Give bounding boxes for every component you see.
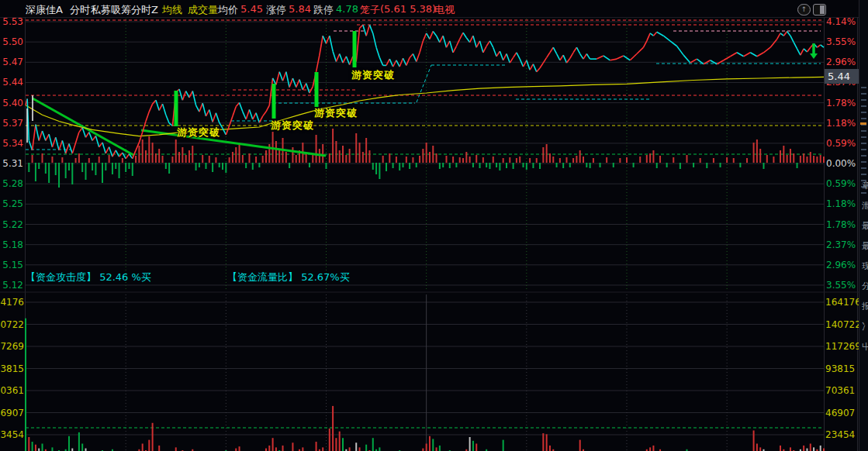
percent-axis-label: 1.18% — [826, 199, 856, 208]
fund-attack-indicator: 【资金攻击度】 52.46 %买 — [26, 270, 151, 284]
price-axis-label: 5.28 — [2, 179, 23, 188]
price-axis-label: 5.53 — [2, 17, 23, 26]
price-axis-label: 5.40 — [2, 98, 23, 108]
price-axis-label: 5.44 — [2, 77, 23, 87]
percent-axis-label: 2.37% — [826, 240, 856, 250]
volume-axis-label-clip: 117269 — [0, 342, 25, 352]
strip-char: 最 — [862, 240, 868, 252]
volume-axis-label: 23454 — [0, 430, 24, 439]
price-axis-label: 5.15 — [2, 260, 23, 270]
price-axis-label: 5.22 — [2, 220, 23, 229]
fund-flow-indicator: 【资金流量比】 52.67%买 — [227, 270, 350, 284]
percent-axis-label: 1.18% — [826, 119, 856, 128]
breakout-annotation: 游资突破 — [314, 106, 358, 120]
percent-axis-label: 0.59% — [826, 139, 856, 148]
volume-axis-label-clip: 70361 — [0, 386, 25, 396]
strip-char: 泄 — [862, 200, 868, 212]
price-axis-label: 5.12 — [2, 281, 23, 290]
strip-char: 屮 — [862, 341, 868, 353]
volume-axis-label-clip: 23454 — [0, 430, 25, 440]
minute-chart-svg — [0, 0, 868, 451]
strip-char: 最 — [862, 220, 868, 232]
trading-app-window: 深康佳A 分时 私募吸筹分时Z 均线 成交量 均价 5.45 涨停 5.84 跌… — [0, 0, 868, 451]
volume-axis-label: 70361 — [825, 386, 855, 395]
strip-tick-marks — [861, 87, 866, 195]
strip-char: 报 — [862, 301, 868, 312]
right-edge-toolbar[interactable]: 章泄最最现分报冫屮 — [859, 0, 868, 451]
volume-axis-label-clip: 140722 — [0, 320, 25, 330]
price-axis-label: 5.34 — [2, 139, 23, 148]
percent-axis-label: 2.96% — [826, 57, 856, 67]
strip-char: 冫 — [862, 321, 868, 332]
volume-axis-label: 93815 — [825, 364, 855, 374]
volume-axis-label: 117269 — [0, 342, 24, 351]
breakout-annotation: 游资突破 — [177, 126, 220, 139]
volume-axis-label: 23454 — [825, 430, 855, 439]
percent-axis-label: 2.96% — [826, 260, 856, 270]
price-axis-label: 5.37 — [2, 119, 23, 128]
price-axis-label: 5.47 — [2, 57, 23, 67]
percent-axis-label: 0.59% — [826, 179, 856, 188]
price-axis-label: 5.25 — [2, 199, 23, 208]
volume-axis-label: 164176 — [825, 298, 861, 307]
volume-axis-label: 93815 — [0, 364, 24, 374]
percent-axis-label: 3.55% — [826, 281, 856, 290]
volume-axis-label: 164176 — [0, 298, 24, 307]
volume-axis-label: 140722 — [0, 320, 24, 329]
price-axis-label: 5.31 — [2, 159, 23, 168]
percent-axis-label: 4.14% — [826, 17, 856, 26]
volume-axis-label: 46907 — [825, 408, 855, 418]
current-price-badge: 5.44 — [825, 69, 859, 84]
percent-axis-label: 0.00% — [826, 159, 856, 168]
percent-axis-label: 3.55% — [826, 37, 856, 46]
volume-axis-label: 46907 — [0, 408, 24, 418]
volume-axis-label: 117269 — [825, 342, 861, 351]
strip-orange-mark — [860, 122, 866, 125]
percent-axis-label: 1.78% — [826, 220, 856, 229]
strip-char: 现 — [862, 260, 868, 272]
price-axis-label: 5.18 — [2, 240, 23, 250]
price-axis-label: 5.50 — [2, 37, 23, 46]
strip-char: 分 — [862, 281, 868, 292]
volume-axis-label-clip: 46907 — [0, 408, 25, 418]
volume-axis-label-clip: 164176 — [0, 298, 25, 308]
breakout-annotation: 游资突破 — [271, 119, 314, 133]
volume-axis-label: 70361 — [0, 386, 24, 395]
percent-axis-label: 1.78% — [826, 98, 856, 108]
breakout-annotation: 游资突破 — [351, 68, 395, 82]
volume-axis-label: 140722 — [825, 320, 861, 329]
strip-char: 章 — [862, 180, 868, 191]
volume-axis-label-clip: 93815 — [0, 364, 25, 374]
